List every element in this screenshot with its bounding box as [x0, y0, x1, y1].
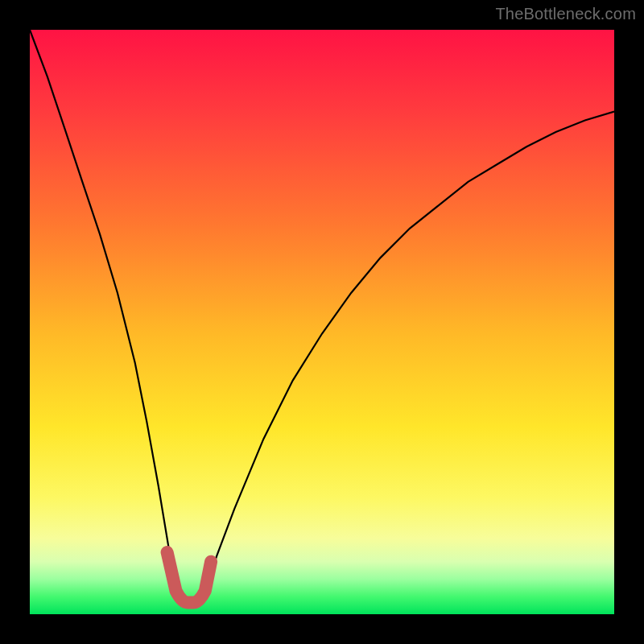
plot-area — [30, 30, 614, 614]
curve-layer — [30, 30, 614, 614]
watermark-text: TheBottleneck.com — [495, 5, 636, 23]
chart-frame: TheBottleneck.com — [0, 0, 644, 644]
valley-highlight — [167, 552, 212, 603]
bottleneck-curve — [30, 30, 614, 603]
